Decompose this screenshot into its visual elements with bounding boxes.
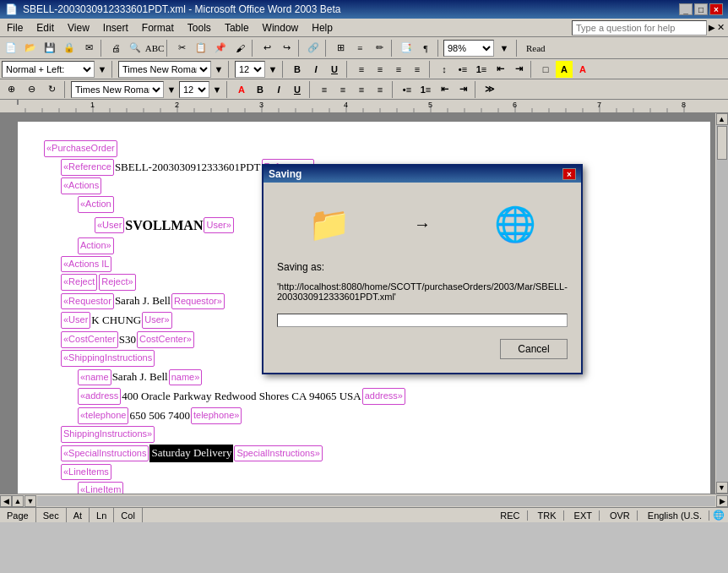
cut-button[interactable]: ✂ bbox=[172, 39, 191, 57]
zoom-arrow[interactable]: ▼ bbox=[495, 39, 513, 57]
h-scroll-track[interactable] bbox=[37, 496, 715, 506]
read-button[interactable]: Read bbox=[522, 39, 550, 57]
bold-button[interactable]: B bbox=[289, 61, 306, 78]
more-btn[interactable]: ≫ bbox=[481, 81, 498, 98]
bullets-button[interactable]: •≡ bbox=[454, 61, 471, 78]
style-select[interactable]: Normal + Left: bbox=[2, 61, 95, 78]
help-arrow-icon[interactable]: ▶ bbox=[707, 23, 717, 32]
address-value: 400 Oracle Parkway Redwood Shores CA 940… bbox=[122, 388, 361, 406]
doc-map-button[interactable]: 📑 bbox=[397, 39, 416, 57]
sep7 bbox=[437, 40, 441, 57]
font-color-button[interactable]: A bbox=[574, 61, 591, 78]
decrease-indent-btn2[interactable]: ⇤ bbox=[436, 81, 453, 98]
line-spacing-button[interactable]: ↕ bbox=[436, 61, 453, 78]
title-bar-left: 📄 SBELL-2003030912333601PDT.xml - Micros… bbox=[5, 3, 340, 15]
menu-tools[interactable]: Tools bbox=[181, 20, 218, 35]
numbering-button[interactable]: 1≡ bbox=[473, 61, 490, 78]
maximize-button[interactable]: □ bbox=[694, 3, 708, 15]
align-right-btn2[interactable]: ≡ bbox=[353, 81, 370, 98]
table-button[interactable]: ⊞ bbox=[331, 39, 350, 57]
paste-button[interactable]: 📌 bbox=[211, 39, 230, 57]
title-bar-buttons[interactable]: _ □ × bbox=[679, 3, 723, 15]
copy-button[interactable]: 📋 bbox=[192, 39, 210, 57]
h-scrollbar[interactable]: ◀ ▲ ▼ ▶ bbox=[0, 494, 728, 507]
menu-edit[interactable]: Edit bbox=[30, 20, 61, 35]
show-hide-button[interactable]: ¶ bbox=[416, 39, 435, 57]
decrease-indent-button[interactable]: ⇤ bbox=[492, 61, 508, 78]
font-color-btn2[interactable]: A bbox=[233, 81, 250, 98]
preview-button[interactable]: 🔍 bbox=[126, 39, 144, 57]
undo-button[interactable]: ↩ bbox=[258, 39, 276, 57]
dialog-close-button[interactable]: × bbox=[562, 168, 576, 180]
outside-border-button[interactable]: □ bbox=[537, 61, 554, 78]
bold-btn2[interactable]: B bbox=[252, 81, 269, 98]
numbering-btn2[interactable]: 1≡ bbox=[417, 81, 434, 98]
justify-btn2[interactable]: ≡ bbox=[372, 81, 388, 98]
h-scroll-right-button[interactable]: ▶ bbox=[716, 495, 728, 507]
font-select2[interactable]: Times New Roman bbox=[71, 81, 164, 98]
increase-indent-button[interactable]: ⇥ bbox=[510, 61, 527, 78]
font2-arrow[interactable]: ▼ bbox=[166, 80, 177, 99]
help-close-icon[interactable]: ✕ bbox=[717, 22, 725, 33]
svg-text:2: 2 bbox=[175, 101, 179, 109]
style-arrow[interactable]: ▼ bbox=[96, 60, 108, 79]
close-button[interactable]: × bbox=[709, 3, 723, 15]
menu-help[interactable]: Help bbox=[305, 20, 340, 35]
prev-page-button[interactable]: ▲ bbox=[12, 495, 24, 507]
size-select2[interactable]: 12 bbox=[179, 81, 209, 98]
h-scroll-left-button[interactable]: ◀ bbox=[0, 495, 12, 507]
align-center-btn2[interactable]: ≡ bbox=[334, 81, 351, 98]
hyperlink-button[interactable]: 🔗 bbox=[304, 39, 323, 57]
font-arrow[interactable]: ▼ bbox=[213, 60, 225, 79]
format-painter-button[interactable]: 🖌 bbox=[231, 39, 249, 57]
underline-button[interactable]: U bbox=[326, 61, 343, 78]
next-page-button[interactable]: ▼ bbox=[24, 495, 36, 507]
open-button[interactable]: 📂 bbox=[21, 39, 40, 57]
minimize-button[interactable]: _ bbox=[679, 3, 693, 15]
italic-btn2[interactable]: I bbox=[270, 81, 287, 98]
justify-button[interactable]: ≡ bbox=[409, 61, 426, 78]
help-input[interactable] bbox=[572, 20, 707, 35]
font-select[interactable]: Times New Roman bbox=[118, 61, 211, 78]
scroll-up-button[interactable]: ▲ bbox=[716, 113, 728, 125]
align-left-button[interactable]: ≡ bbox=[353, 61, 370, 78]
drawing-button[interactable]: ✏ bbox=[370, 39, 388, 57]
increase-indent-btn2[interactable]: ⇥ bbox=[454, 81, 471, 98]
spell-button[interactable]: ABC bbox=[145, 39, 164, 57]
new-button[interactable]: 📄 bbox=[2, 39, 20, 57]
name-open-tag: «name bbox=[78, 369, 111, 386]
tb2-btn3[interactable]: ↻ bbox=[42, 80, 61, 99]
bullets-btn2[interactable]: •≡ bbox=[399, 81, 416, 98]
align-center-button[interactable]: ≡ bbox=[372, 61, 388, 78]
menu-file[interactable]: File bbox=[0, 20, 30, 35]
v-scrollbar[interactable]: ▲ ▼ bbox=[714, 113, 728, 494]
scroll-down-button[interactable]: ▼ bbox=[716, 482, 728, 494]
print-button[interactable]: 🖨 bbox=[106, 39, 125, 57]
redo-button[interactable]: ↪ bbox=[277, 39, 296, 57]
highlight-button[interactable]: A bbox=[556, 61, 573, 78]
doc-area[interactable]: «PurchaseOrder «Reference SBELL-20030309… bbox=[0, 113, 728, 494]
save-button[interactable]: 💾 bbox=[41, 39, 59, 57]
scroll-thumb[interactable] bbox=[717, 126, 727, 160]
menu-window[interactable]: Window bbox=[256, 20, 306, 35]
email-button[interactable]: ✉ bbox=[79, 39, 98, 57]
align-left-btn2[interactable]: ≡ bbox=[316, 81, 333, 98]
menu-insert[interactable]: Insert bbox=[96, 20, 135, 35]
saving-as-label: Saving as: bbox=[277, 261, 568, 273]
menu-table[interactable]: Table bbox=[218, 20, 256, 35]
size-arrow[interactable]: ▼ bbox=[267, 60, 279, 79]
size-select[interactable]: 12 bbox=[235, 61, 265, 78]
scroll-track[interactable] bbox=[716, 125, 728, 482]
size2-arrow[interactable]: ▼ bbox=[211, 80, 223, 99]
zoom-select[interactable]: 98% bbox=[443, 40, 494, 57]
underline-btn2[interactable]: U bbox=[289, 81, 306, 98]
italic-button[interactable]: I bbox=[307, 61, 324, 78]
tb2-btn1[interactable]: ⊕ bbox=[2, 80, 20, 99]
cancel-button[interactable]: Cancel bbox=[500, 339, 568, 359]
align-right-button[interactable]: ≡ bbox=[390, 61, 407, 78]
menu-format[interactable]: Format bbox=[135, 20, 181, 35]
tb2-btn2[interactable]: ⊖ bbox=[22, 80, 41, 99]
permissions-button[interactable]: 🔒 bbox=[60, 39, 79, 57]
menu-view[interactable]: View bbox=[61, 20, 96, 35]
columns-button[interactable]: ≡ bbox=[350, 39, 369, 57]
